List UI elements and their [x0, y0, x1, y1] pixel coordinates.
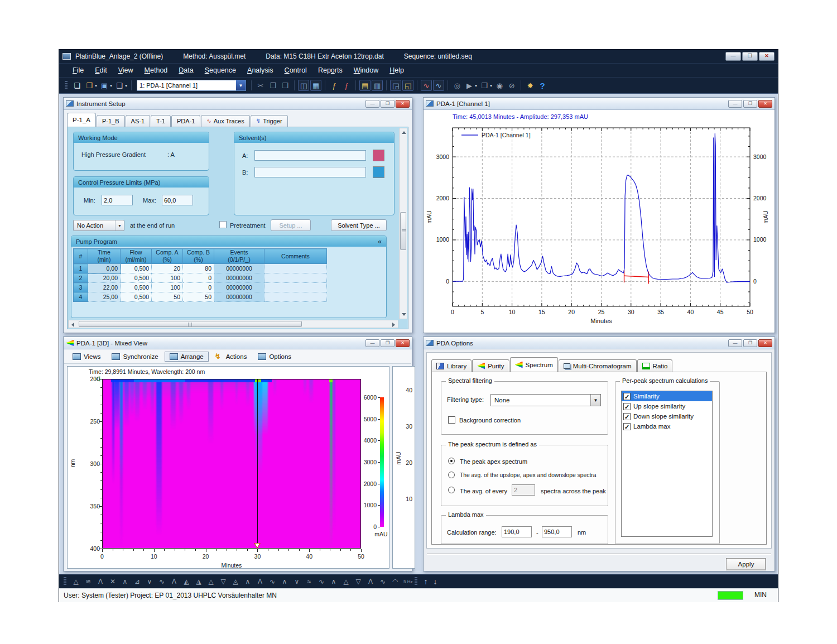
- list-item[interactable]: ✓Similarity: [622, 391, 712, 401]
- data-window-icon[interactable]: ▦: [310, 80, 321, 91]
- title-bar[interactable]: PlatinBlue_Anlage_2 (Offline) Method: Au…: [59, 50, 778, 63]
- table-cell[interactable]: 50: [152, 292, 183, 302]
- sequence-window-icon[interactable]: ◫: [298, 80, 309, 91]
- pretreatment-checkbox[interactable]: [219, 221, 227, 228]
- integration-tool-icon[interactable]: ◬: [229, 578, 242, 585]
- solvent-a-color-swatch[interactable]: [373, 150, 384, 161]
- print-icon[interactable]: ❑: [114, 80, 125, 91]
- integration-tool-icon[interactable]: ⊿: [131, 578, 143, 585]
- item-checkbox[interactable]: ✓: [623, 423, 631, 430]
- integration-tool-icon[interactable]: ∨: [143, 578, 156, 585]
- scrollbar-thumb[interactable]: [79, 321, 302, 327]
- function-gear-icon[interactable]: ƒ: [329, 80, 340, 91]
- avg-every-count-field[interactable]: [512, 484, 535, 496]
- tab-aux-traces[interactable]: ∿Aux Traces: [201, 115, 249, 127]
- plot-area[interactable]: [453, 128, 750, 306]
- table-cell[interactable]: 80: [183, 264, 214, 273]
- integration-tool-icon[interactable]: ∧: [242, 578, 254, 585]
- instrument-setup-titlebar[interactable]: Instrument Setup — ❐ ✕: [64, 98, 412, 110]
- horizontal-scrollbar[interactable]: [68, 320, 398, 328]
- integration-tool-icon[interactable]: △: [340, 578, 352, 585]
- cleanup-icon[interactable]: ✸: [525, 80, 536, 91]
- integration-tool-icon[interactable]: Λ: [168, 578, 180, 585]
- minimize-button[interactable]: —: [728, 339, 742, 347]
- integration-tool-icon[interactable]: ∧: [119, 578, 131, 585]
- row-number[interactable]: 3: [74, 283, 88, 292]
- chevron-down-icon[interactable]: ▾: [125, 83, 127, 88]
- tab-p-1-b[interactable]: P-1_B: [97, 115, 125, 127]
- minimize-button[interactable]: —: [725, 52, 741, 61]
- item-checkbox[interactable]: ✓: [623, 393, 631, 400]
- tab-ratio[interactable]: Ratio: [637, 359, 673, 372]
- integration-tool-icon[interactable]: ◭: [180, 578, 193, 585]
- cut-icon[interactable]: ✂: [255, 80, 266, 91]
- chevron-down-icon[interactable]: ▾: [95, 83, 97, 88]
- menu-item-analysis[interactable]: Analysis: [242, 65, 279, 76]
- help-icon[interactable]: ?: [537, 80, 548, 91]
- solvent-a-field[interactable]: [254, 150, 366, 161]
- chevron-down-icon[interactable]: ▾: [490, 83, 492, 88]
- close-button[interactable]: ✕: [758, 339, 772, 347]
- menu-item-window[interactable]: Window: [348, 65, 384, 76]
- vertical-scrollbar[interactable]: [399, 128, 407, 319]
- synchronize-button[interactable]: Synchronize: [107, 352, 163, 362]
- chevron-down-icon[interactable]: ▾: [475, 83, 477, 88]
- integration-tool-icon[interactable]: Λ: [254, 578, 266, 585]
- table-cell[interactable]: [264, 292, 327, 302]
- solvent-type-button[interactable]: Solvent Type ...: [331, 219, 387, 231]
- restore-button[interactable]: ❐: [381, 339, 395, 347]
- end-of-run-action-dropdown[interactable]: No Action ▼: [73, 220, 124, 231]
- scroll-down-icon[interactable]: [402, 313, 406, 316]
- table-cell[interactable]: [264, 264, 327, 273]
- menu-item-method[interactable]: Method: [139, 65, 174, 76]
- table-cell[interactable]: 0: [183, 283, 214, 292]
- time-cursor[interactable]: [257, 379, 258, 549]
- table-cell[interactable]: 20: [152, 264, 183, 273]
- report-preview-icon[interactable]: ◎: [451, 80, 463, 91]
- scroll-left-icon[interactable]: [71, 323, 74, 327]
- menu-item-file[interactable]: File: [67, 65, 89, 76]
- item-checkbox[interactable]: ✓: [623, 413, 631, 420]
- arrange-button[interactable]: Arrange: [165, 352, 209, 362]
- row-number[interactable]: 4: [74, 292, 88, 302]
- integration-tool-icon[interactable]: ◮: [193, 578, 205, 585]
- restore-button[interactable]: ❐: [743, 100, 757, 108]
- new-file-icon[interactable]: ❏: [71, 80, 83, 91]
- views-button[interactable]: Views: [68, 352, 105, 362]
- tab-pda-1[interactable]: PDA-1: [171, 115, 200, 127]
- integration-tool-icon[interactable]: ∿: [377, 578, 389, 585]
- table-cell[interactable]: 20,00: [88, 273, 121, 283]
- toolbar-grip[interactable]: [415, 577, 417, 586]
- menu-item-help[interactable]: Help: [384, 65, 410, 76]
- toolbar-grip[interactable]: [64, 577, 66, 586]
- list-item[interactable]: ✓Down slope similarity: [622, 411, 712, 421]
- table-cell[interactable]: 50: [183, 292, 214, 302]
- close-button[interactable]: ✕: [396, 339, 410, 347]
- list-item[interactable]: ✓Up slope similarity: [622, 401, 712, 411]
- integration-tool-icon[interactable]: △: [70, 578, 82, 585]
- close-button[interactable]: ✕: [758, 100, 772, 108]
- save-icon[interactable]: ▣: [99, 80, 110, 91]
- solvent-b-field[interactable]: [254, 167, 366, 177]
- report-viewer-icon[interactable]: ▥: [372, 80, 383, 91]
- monitor-icon[interactable]: ◉: [494, 80, 505, 91]
- pressure-max-field[interactable]: [162, 195, 193, 205]
- tab-multi-chromatogram[interactable]: Multi-Chromatogram: [559, 359, 637, 372]
- row-number[interactable]: 2: [74, 273, 88, 283]
- toolbar-grip[interactable]: [65, 81, 68, 90]
- table-cell[interactable]: 00000000: [214, 264, 264, 273]
- integration-tool-icon[interactable]: ≈: [303, 578, 315, 585]
- avg-every-radio[interactable]: [448, 487, 455, 493]
- lambda-to-field[interactable]: [542, 526, 572, 537]
- table-cell[interactable]: 00000000: [214, 292, 264, 302]
- pressure-min-field[interactable]: [102, 195, 133, 205]
- integration-tool-icon[interactable]: ✕: [107, 578, 119, 585]
- function-signal-icon[interactable]: ƒ: [341, 80, 352, 91]
- collapse-icon[interactable]: «: [378, 238, 382, 246]
- table-cell[interactable]: 0,500: [121, 273, 152, 283]
- chevron-down-icon[interactable]: ▾: [110, 83, 112, 88]
- pretreatment-setup-button[interactable]: Setup ...: [271, 219, 311, 231]
- restore-button[interactable]: ❐: [381, 100, 395, 108]
- integration-tool-icon[interactable]: ∿: [266, 578, 278, 585]
- tab-as-1[interactable]: AS-1: [126, 115, 150, 127]
